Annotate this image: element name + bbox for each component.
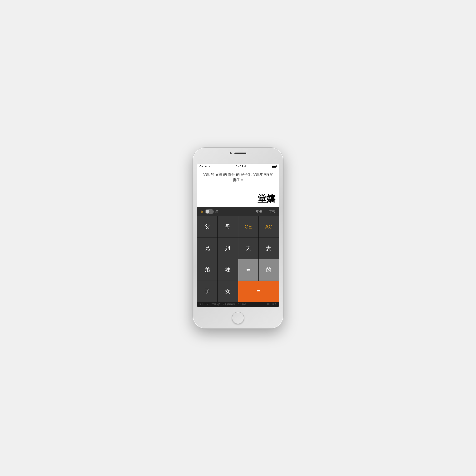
- status-carrier: Carrier ▾: [200, 165, 210, 168]
- key-husband[interactable]: 夫: [238, 238, 258, 259]
- footer-bar: 版本: 0.18 「三姑六婆」並非精密科學，只作參考。 產地: 新界: [197, 302, 279, 307]
- result-area: 父親 的 父親 的 哥哥 的 兒子(比父親年 輕) 的 妻子 = 堂嬸: [197, 169, 279, 207]
- gender-toggle[interactable]: 女 男: [200, 209, 219, 214]
- key-elder-sister[interactable]: 姐: [218, 238, 238, 259]
- key-son[interactable]: 子: [197, 281, 217, 302]
- status-bar: Carrier ▾ 8:40 PM: [197, 164, 279, 169]
- key-backspace[interactable]: ⇐: [238, 259, 258, 281]
- key-equals[interactable]: =: [238, 281, 279, 302]
- phone-top-bar: [193, 152, 283, 154]
- wifi-icon: ▾: [208, 165, 210, 168]
- home-button[interactable]: [232, 312, 244, 324]
- screen: Carrier ▾ 8:40 PM 父親 的 父親 的 哥哥 的 兒子(比父親年…: [197, 164, 279, 307]
- female-label: 女: [200, 209, 204, 214]
- key-wife[interactable]: 妻: [259, 238, 279, 259]
- key-younger-sister[interactable]: 妹: [218, 259, 238, 281]
- age-older-label: 年長: [255, 209, 262, 214]
- key-ac[interactable]: AC: [259, 216, 279, 238]
- key-ce[interactable]: CE: [238, 216, 258, 238]
- battery-icon: [272, 165, 276, 168]
- key-daughter[interactable]: 女: [218, 281, 238, 302]
- key-mother[interactable]: 母: [218, 216, 238, 238]
- phone-frame: Carrier ▾ 8:40 PM 父親 的 父親 的 哥哥 的 兒子(比父親年…: [193, 148, 283, 328]
- volume-up-button[interactable]: [192, 189, 193, 202]
- power-button[interactable]: [283, 192, 284, 208]
- footer-right: 產地: 新界: [267, 303, 276, 306]
- result-answer: 堂嬸: [200, 192, 276, 205]
- key-father[interactable]: 父: [197, 216, 217, 238]
- status-right: [272, 165, 276, 168]
- male-label: 男: [215, 209, 219, 214]
- result-question: 父親 的 父親 的 哥哥 的 兒子(比父親年 輕) 的 妻子 =: [200, 172, 276, 183]
- camera-dot: [230, 152, 232, 154]
- battery-fill: [272, 166, 276, 167]
- keypad: 父 母 CE AC 兄 姐 夫 妻 弟 妹 ⇐ 的 子 女 =: [197, 216, 279, 302]
- toggle-knob: [206, 210, 209, 214]
- carrier-label: Carrier: [200, 165, 207, 168]
- key-younger-brother[interactable]: 弟: [197, 259, 217, 281]
- gender-switch[interactable]: [205, 209, 214, 214]
- key-elder-brother[interactable]: 兄: [197, 238, 217, 259]
- toggle-bar: 女 男 年長 年輕: [197, 207, 279, 216]
- volume-down-button[interactable]: [192, 205, 193, 218]
- status-time: 8:40 PM: [236, 165, 246, 168]
- key-de[interactable]: 的: [259, 259, 279, 281]
- screen-container: Carrier ▾ 8:40 PM 父親 的 父親 的 哥哥 的 兒子(比父親年…: [197, 164, 279, 307]
- speaker-bar: [235, 153, 246, 154]
- footer-left: 版本: 0.18 「三姑六婆」並非精密科學，只作參考。: [200, 303, 248, 306]
- age-labels: 年長 年輕: [255, 209, 276, 214]
- age-younger-label: 年輕: [269, 209, 276, 214]
